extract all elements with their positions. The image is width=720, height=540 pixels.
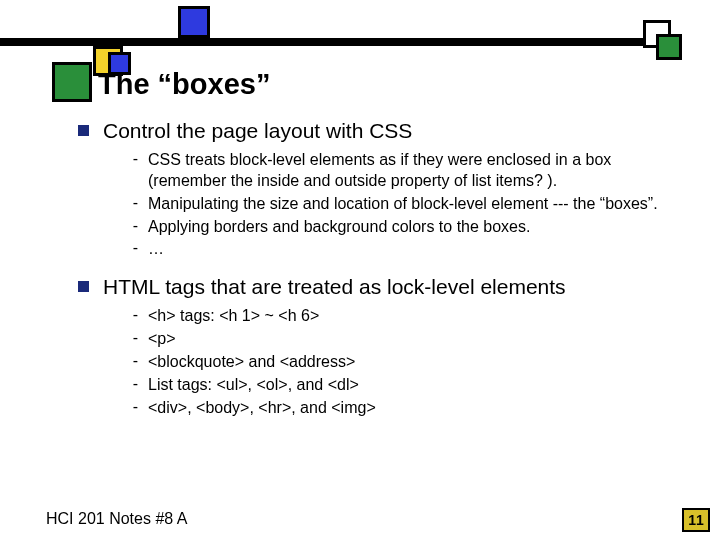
page-number: 11	[688, 512, 704, 528]
header-rule	[0, 38, 680, 46]
sub-bullet: - Manipulating the size and location of …	[128, 194, 678, 215]
dash-icon: -	[128, 375, 138, 393]
sub-bullet: - <div>, <body>, <hr>, and <img>	[128, 398, 678, 419]
page-number-badge: 11	[682, 508, 710, 532]
sub-bullet-group: - CSS treats block-level elements as if …	[128, 150, 678, 260]
dash-icon: -	[128, 329, 138, 347]
sub-bullet: - <p>	[128, 329, 678, 350]
sub-bullet: - <h> tags: <h 1> ~ <h 6>	[128, 306, 678, 327]
sub-bullet: - CSS treats block-level elements as if …	[128, 150, 678, 192]
dash-icon: -	[128, 352, 138, 370]
bullet-level1: Control the page layout with CSS	[78, 118, 678, 144]
sub-bullet: - <blockquote> and <address>	[128, 352, 678, 373]
dash-icon: -	[128, 194, 138, 212]
slide-body: Control the page layout with CSS - CSS t…	[78, 118, 678, 432]
dash-icon: -	[128, 150, 138, 168]
square-bullet-icon	[78, 125, 89, 136]
dash-icon: -	[128, 306, 138, 324]
dash-icon: -	[128, 239, 138, 257]
sub-bullet-text: Manipulating the size and location of bl…	[148, 194, 658, 215]
sub-bullet-text: List tags: <ul>, <ol>, and <dl>	[148, 375, 359, 396]
sub-bullet-text: Applying borders and background colors t…	[148, 217, 530, 238]
sub-bullet-text: <blockquote> and <address>	[148, 352, 355, 373]
dash-icon: -	[128, 398, 138, 416]
sub-bullet-text: <h> tags: <h 1> ~ <h 6>	[148, 306, 319, 327]
sub-bullet-text: <p>	[148, 329, 176, 350]
sub-bullet: - …	[128, 239, 678, 260]
sub-bullet-text: CSS treats block-level elements as if th…	[148, 150, 678, 192]
square-green-right-icon	[656, 34, 682, 60]
sub-bullet-group: - <h> tags: <h 1> ~ <h 6> - <p> - <block…	[128, 306, 678, 418]
square-blue-mid-icon	[108, 52, 131, 75]
square-bullet-icon	[78, 281, 89, 292]
sub-bullet: - List tags: <ul>, <ol>, and <dl>	[128, 375, 678, 396]
bullet-text: Control the page layout with CSS	[103, 118, 412, 144]
square-green-left-icon	[52, 62, 92, 102]
bullet-text: HTML tags that are treated as lock-level…	[103, 274, 566, 300]
footer-text: HCI 201 Notes #8 A	[46, 510, 187, 528]
sub-bullet-text: …	[148, 239, 164, 260]
bullet-level1: HTML tags that are treated as lock-level…	[78, 274, 678, 300]
dash-icon: -	[128, 217, 138, 235]
sub-bullet: - Applying borders and background colors…	[128, 217, 678, 238]
sub-bullet-text: <div>, <body>, <hr>, and <img>	[148, 398, 376, 419]
square-blue-top-icon	[178, 6, 210, 38]
